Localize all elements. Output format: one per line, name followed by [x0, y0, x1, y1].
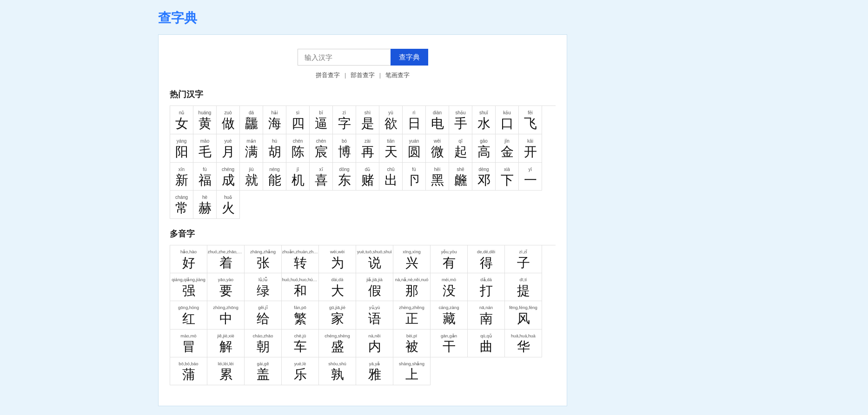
poly-char-cell[interactable]: yǒu,yòu 有 [431, 245, 468, 273]
poly-char-cell[interactable]: gān,gǎn 干 [431, 329, 468, 357]
hot-char-cell[interactable]: chén 陈 [286, 134, 310, 163]
poly-char-cell[interactable]: yā,yǎ 雅 [356, 357, 393, 385]
hot-char-cell[interactable]: mǎn 满 [240, 134, 263, 163]
hot-char-cell[interactable]: kǒu 口 [496, 106, 519, 134]
poly-char-cell[interactable]: de,dé,děi 得 [468, 245, 505, 273]
poly-char-cell[interactable]: jiǎ,jiā,jià 假 [356, 273, 393, 301]
poly-char-cell[interactable]: yuè,tuō,shuō,shuì 说 [356, 245, 393, 273]
hot-char-cell[interactable]: qǐ 起 [449, 134, 472, 163]
hot-char-cell[interactable]: yuán 圆 [403, 134, 426, 163]
hot-char-cell[interactable]: hēi 黑 [426, 163, 449, 191]
bushou-link[interactable]: 部首查字 [351, 72, 375, 79]
poly-char-cell[interactable]: bō,bó,báo 蒲 [170, 357, 207, 385]
poly-char-cell[interactable]: yǔ,yù 语 [356, 301, 393, 329]
hot-char-cell[interactable]: chén 宸 [310, 134, 333, 163]
poly-char-cell[interactable]: dài,dà 大 [319, 273, 356, 301]
poly-char-cell[interactable]: chéng,shèng 盛 [319, 329, 356, 357]
pinyin-link[interactable]: 拼音查字 [316, 72, 340, 79]
poly-char-cell[interactable]: léi,lèi,léi 累 [207, 357, 245, 385]
poly-char-cell[interactable]: gōng,hóng 红 [170, 301, 207, 329]
hot-char-cell[interactable]: sì 四 [286, 106, 310, 134]
poly-char-cell[interactable]: zhòng,zhōng 中 [207, 301, 245, 329]
poly-char-cell[interactable]: hǎo,hào 好 [170, 245, 207, 273]
hot-char-cell[interactable]: néng 能 [263, 163, 286, 191]
poly-char-cell[interactable]: lǜ,lǖ 绿 [245, 273, 282, 301]
hot-char-cell[interactable]: wēi 微 [426, 134, 449, 163]
search-button[interactable]: 查字典 [391, 49, 428, 66]
poly-char-cell[interactable]: zì,zǐ 子 [505, 245, 542, 273]
poly-char-cell[interactable]: zhuó,zhe,zhāo,zhào 着 [207, 245, 245, 273]
poly-char-cell[interactable]: huā,huá,huà 华 [505, 329, 542, 357]
poly-char-cell[interactable]: zhuǎn,zhuàn,zhuāi 转 [282, 245, 319, 273]
poly-char-cell[interactable]: nà,něi 内 [356, 329, 393, 357]
hot-char-cell[interactable]: xià 下 [496, 163, 519, 191]
hot-char-cell[interactable]: fēi 飞 [519, 106, 542, 134]
poly-char-cell[interactable]: gěi,jǐ 给 [245, 301, 282, 329]
hot-char-cell[interactable]: fú 卪 [403, 163, 426, 191]
hot-char-cell[interactable]: māo 毛 [193, 134, 217, 163]
hot-char-cell[interactable]: shì 是 [356, 106, 379, 134]
hot-char-cell[interactable]: chū 出 [379, 163, 403, 191]
hot-char-cell[interactable]: cháng 常 [170, 191, 193, 219]
hot-char-cell[interactable]: dá 龘 [240, 106, 263, 134]
hot-char-cell[interactable]: yù 欲 [379, 106, 403, 134]
hot-char-cell[interactable]: xǐ 喜 [310, 163, 333, 191]
hot-char-cell[interactable]: hǎi 海 [263, 106, 286, 134]
hot-char-cell[interactable]: yáng 阳 [170, 134, 193, 163]
poly-char-cell[interactable]: jiě,jiè,xiè 解 [207, 329, 245, 357]
hot-char-cell[interactable]: kāi 开 [519, 134, 542, 163]
hot-char-cell[interactable]: shē 虪 [449, 163, 472, 191]
hot-char-cell[interactable]: yuè 月 [217, 134, 240, 163]
hot-char-cell[interactable]: dōng 东 [333, 163, 356, 191]
hot-char-cell[interactable]: chéng 成 [217, 163, 240, 191]
bihua-link[interactable]: 笔画查字 [385, 72, 410, 79]
poly-char-cell[interactable]: cháo,zhāo 朝 [245, 329, 282, 357]
hot-char-cell[interactable]: bó 博 [333, 134, 356, 163]
poly-char-cell[interactable]: chē,jū 车 [282, 329, 319, 357]
poly-char-cell[interactable]: shóu,shú 孰 [319, 357, 356, 385]
poly-char-cell[interactable]: qiáng,qiǎng,jiàng 强 [170, 273, 207, 301]
hot-char-cell[interactable]: gāo 高 [472, 134, 496, 163]
hot-char-cell[interactable]: zì 字 [333, 106, 356, 134]
poly-char-cell[interactable]: mào,mò 冒 [170, 329, 207, 357]
poly-char-cell[interactable]: qū,qǔ 曲 [468, 329, 505, 357]
poly-char-cell[interactable]: shàng,shǎng 上 [393, 357, 431, 385]
hot-char-cell[interactable]: jī 机 [286, 163, 310, 191]
hot-char-cell[interactable]: diàn 电 [426, 106, 449, 134]
hot-char-cell[interactable]: tiān 天 [379, 134, 403, 163]
hot-char-cell[interactable]: dèng 邓 [472, 163, 496, 191]
hot-char-cell[interactable]: zài 再 [356, 134, 379, 163]
poly-char-cell[interactable]: gài,gě 盖 [245, 357, 282, 385]
poly-char-cell[interactable]: xīng,xìng 兴 [393, 245, 431, 273]
poly-char-cell[interactable]: huò,huó,huo,hú,hè,hé 和 [282, 273, 319, 301]
hot-char-cell[interactable]: xīn 新 [170, 163, 193, 191]
hot-char-cell[interactable]: huáng 黄 [193, 106, 217, 134]
poly-char-cell[interactable]: nà,nǎ,nè,něi,nuó 那 [393, 273, 431, 301]
search-input[interactable] [298, 49, 391, 66]
hot-char-cell[interactable]: jiù 就 [240, 163, 263, 191]
poly-char-cell[interactable]: fán,pō 繁 [282, 301, 319, 329]
poly-char-cell[interactable]: yāo,yào 要 [207, 273, 245, 301]
poly-char-cell[interactable]: méi,mò 没 [431, 273, 468, 301]
hot-char-cell[interactable]: yī 一 [519, 163, 542, 191]
hot-char-cell[interactable]: dǔ 赌 [356, 163, 379, 191]
hot-char-cell[interactable]: rì 日 [403, 106, 426, 134]
hot-char-cell[interactable]: hè 赫 [193, 191, 217, 219]
hot-char-cell[interactable]: nǚ 女 [170, 106, 193, 134]
hot-char-cell[interactable]: jīn 金 [496, 134, 519, 163]
poly-char-cell[interactable]: zhāng,zhǎng 张 [245, 245, 282, 273]
hot-char-cell[interactable]: fú 福 [193, 163, 217, 191]
poly-char-cell[interactable]: gū,jiā,jiè 家 [319, 301, 356, 329]
poly-char-cell[interactable]: cáng,zàng 藏 [431, 301, 468, 329]
hot-char-cell[interactable]: shǒu 手 [449, 106, 472, 134]
poly-char-cell[interactable]: yuè,lè 乐 [282, 357, 319, 385]
hot-char-cell[interactable]: zuò 做 [217, 106, 240, 134]
hot-char-cell[interactable]: huǒ 火 [217, 191, 240, 219]
poly-char-cell[interactable]: zhèng,zhěng 正 [393, 301, 431, 329]
poly-char-cell[interactable]: wéi,wèi 为 [319, 245, 356, 273]
poly-char-cell[interactable]: bèi,pī 被 [393, 329, 431, 357]
poly-char-cell[interactable]: dī,tí 提 [505, 273, 542, 301]
poly-char-cell[interactable]: dǎ,dá 打 [468, 273, 505, 301]
poly-char-cell[interactable]: nā,nán 南 [468, 301, 505, 329]
hot-char-cell[interactable]: shuǐ 水 [472, 106, 496, 134]
